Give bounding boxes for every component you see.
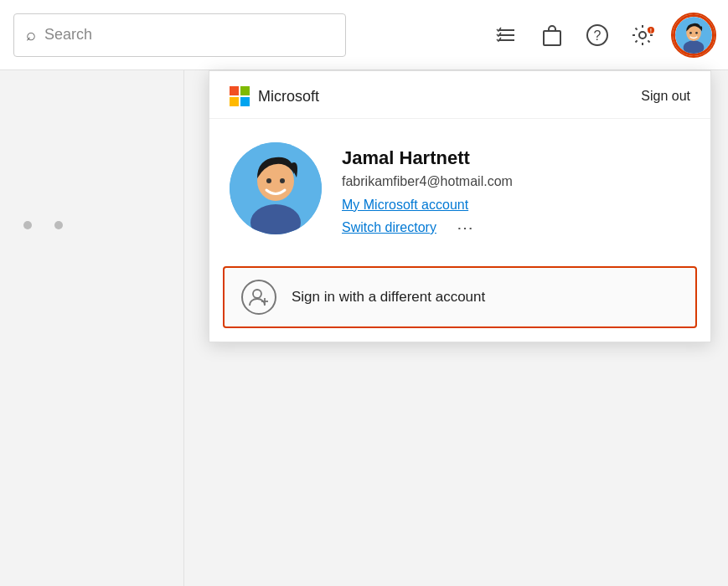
main-content: Microsoft Sign out (0, 70, 728, 586)
svg-point-12 (689, 32, 692, 34)
sign-in-different-account-label: Sign in with a different account (292, 289, 485, 306)
microsoft-label: Microsoft (258, 88, 319, 105)
my-account-link[interactable]: My Microsoft account (342, 198, 513, 213)
ms-green-cell (240, 86, 250, 95)
ms-blue-cell (240, 97, 250, 106)
sidebar-dot (23, 221, 32, 229)
search-box[interactable]: ⌕ Search (13, 13, 346, 57)
switch-directory-link[interactable]: Switch directory (342, 220, 436, 235)
sign-in-different-account-button[interactable]: Sign in with a different account (223, 266, 697, 328)
user-dropdown-panel: Microsoft Sign out (209, 70, 711, 342)
sidebar-dot-2 (54, 221, 63, 229)
ms-red-cell (230, 86, 239, 95)
svg-point-13 (695, 32, 698, 34)
panel-header: Microsoft Sign out (209, 71, 710, 119)
add-user-icon (241, 280, 276, 315)
svg-point-6 (639, 32, 646, 39)
ms-yellow-cell (230, 97, 239, 106)
sign-in-section: Sign in with a different account (209, 256, 710, 342)
user-info: Jamal Hartnett fabrikamfiber4@hotmail.co… (342, 142, 513, 238)
sign-out-button[interactable]: Sign out (641, 89, 690, 104)
ms-grid-icon (230, 86, 250, 106)
svg-text:!: ! (650, 28, 652, 33)
user-name: Jamal Hartnett (342, 147, 513, 169)
svg-rect-3 (544, 31, 560, 45)
microsoft-logo: Microsoft (230, 86, 319, 106)
user-email: fabrikamfiber4@hotmail.com (342, 174, 513, 189)
tasks-icon[interactable] (492, 20, 522, 50)
user-links: My Microsoft account Switch directory ⋯ (342, 198, 513, 238)
user-avatar (230, 142, 322, 234)
more-options-button[interactable]: ⋯ (457, 218, 473, 238)
switch-directory-row: Switch directory ⋯ (342, 218, 513, 238)
svg-point-19 (253, 290, 261, 298)
svg-point-17 (266, 178, 271, 183)
avatar-button[interactable] (673, 14, 715, 56)
help-icon[interactable]: ? (582, 20, 612, 50)
bag-icon[interactable] (537, 20, 567, 50)
topbar-icons: ? ! (492, 14, 715, 56)
svg-point-18 (280, 178, 285, 183)
sidebar (0, 70, 184, 586)
search-icon: ⌕ (26, 25, 36, 44)
user-section: Jamal Hartnett fabrikamfiber4@hotmail.co… (209, 119, 710, 256)
svg-text:?: ? (594, 28, 602, 43)
settings-icon[interactable]: ! (627, 20, 658, 50)
search-placeholder: Search (44, 26, 92, 44)
topbar: ⌕ Search ? (0, 0, 728, 70)
